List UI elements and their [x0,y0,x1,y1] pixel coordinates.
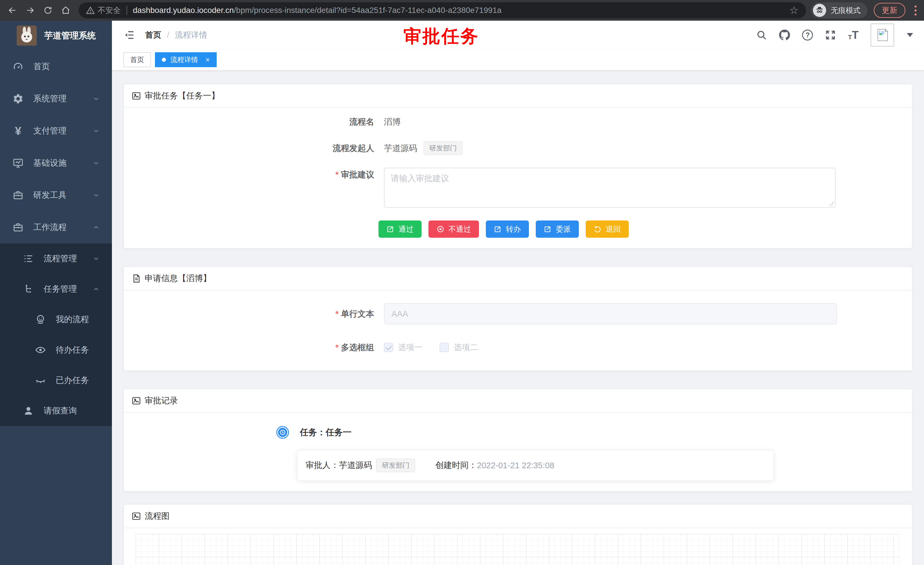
suggestion-row: *审批建议 请输入审批建议 [124,168,912,208]
sidebar: 芋道管理系统 首页 系统管理 ¥ 支付管理 [0,21,112,565]
browser-menu-icon[interactable] [912,6,920,15]
tags-view: 首页 流程详情 × [112,50,924,71]
card-header: 流程图 [124,505,912,528]
delegate-button[interactable]: 委派 [536,221,579,238]
url-host: dashboard.yudao.iocoder.cn [133,6,234,15]
font-size-icon[interactable]: TT [848,30,859,41]
browser-forward-button[interactable] [22,3,38,18]
approver-dept-tag: 研发部门 [376,458,415,472]
github-icon[interactable] [779,30,790,41]
avatar[interactable] [871,24,894,47]
tab-close-icon[interactable]: × [206,56,210,64]
reject-button[interactable]: 不通过 [428,221,479,238]
chevron-down-icon [92,159,100,167]
sidebar-item-label: 流程管理 [44,253,77,264]
breadcrumb-home[interactable]: 首页 [145,30,161,41]
required-mark: * [336,343,339,352]
required-mark: * [336,170,339,179]
sidebar-collapse-button[interactable] [123,29,135,41]
security-label[interactable]: 不安全 [98,5,121,15]
logo-image [16,26,37,46]
breadcrumb-current: 流程详情 [175,30,207,41]
application-info-card: 申请信息【滔博】 *单行文本 AAA *多选框组 [123,266,912,371]
checkbox-option-2[interactable]: 选项二 [440,342,478,353]
process-name-value: 滔博 [384,115,400,129]
card-header: 申请信息【滔博】 [124,267,912,290]
list-icon [22,252,35,265]
reload-icon [44,6,52,15]
sidebar-item-task-mgmt[interactable]: 任务管理 [0,274,112,304]
edit-icon [387,225,394,233]
approver-value: 芋道源码 [339,460,372,471]
sidebar-item-infra[interactable]: 基础设施 [0,147,112,179]
checkbox-label: 选项一 [398,342,422,353]
sidebar-item-home[interactable]: 首页 [0,51,112,83]
timeline-item: 任务：任务一 [124,426,912,439]
chevron-up-icon [92,286,100,293]
single-text-row: *单行文本 AAA [124,303,912,325]
sidebar-logo-row[interactable]: 芋道管理系统 [0,21,112,51]
card-header: 审批记录 [124,389,912,413]
search-icon[interactable] [756,30,767,41]
navbar-actions: ? TT [756,24,913,47]
checkbox-option-1[interactable]: 选项一 [384,342,422,353]
sidebar-item-label: 已办任务 [56,375,89,386]
single-text-input[interactable]: AAA [384,303,837,325]
sidebar-item-devtools[interactable]: 研发工具 [0,179,112,211]
screen: 不安全 dashboard.yudao.iocoder.cn /bpm/proc… [0,0,924,565]
toolbox-icon [12,221,25,234]
tab-process-detail[interactable]: 流程详情 × [155,52,217,67]
sidebar-item-done-tasks[interactable]: 已办任务 [0,365,112,396]
monitor-icon [12,156,25,170]
browser-reload-button[interactable] [40,3,56,18]
sidebar-item-leave-query[interactable]: 请假查询 [0,396,112,426]
required-mark: * [336,309,339,319]
return-button[interactable]: 退回 [586,221,629,238]
checkbox-unchecked-icon[interactable] [440,343,449,352]
address-bar[interactable]: 不安全 dashboard.yudao.iocoder.cn /bpm/proc… [79,2,806,18]
sidebar-item-label: 工作流程 [33,222,67,233]
checkbox-group-row: *多选框组 选项一 选项二 [124,341,912,354]
sidebar-item-payment[interactable]: ¥ 支付管理 [0,115,112,147]
suggestion-textarea[interactable]: 请输入审批建议 [384,168,836,208]
incognito-label: 无痕模式 [831,6,861,15]
bpmn-canvas-grid[interactable] [136,534,900,565]
sidebar-item-todo-tasks[interactable]: 待办任务 [0,335,112,365]
browser-back-button[interactable] [4,3,20,18]
help-icon[interactable]: ? [802,30,813,41]
approval-task-card: 审批任务【任务一】 流程名 滔博 流程发起人 芋道源码 研发部门 [123,84,912,249]
sidebar-item-label: 研发工具 [33,189,67,201]
sidebar-filler [0,426,112,565]
warning-icon [86,6,95,15]
sidebar-item-workflow[interactable]: 工作流程 [0,211,112,243]
transfer-button[interactable]: 转办 [486,221,529,238]
fullscreen-icon[interactable] [825,30,836,41]
breadcrumb-separator: / [167,30,169,40]
sidebar-item-system[interactable]: 系统管理 [0,83,112,115]
bookmark-star-icon[interactable]: ☆ [789,5,799,15]
sidebar-item-label: 请假查询 [44,405,77,416]
approve-button[interactable]: 通过 [378,221,422,238]
tab-label: 流程详情 [171,55,198,64]
created-time-value: 2022-01-21 22:35:08 [477,461,554,470]
avatar-caret-icon[interactable] [907,33,913,37]
url-path: /bpm/process-instance/detail?id=54aa251f… [234,6,784,15]
tree-icon [22,282,35,296]
sidebar-item-process-mgmt[interactable]: 流程管理 [0,243,112,274]
edit-icon [494,225,502,233]
tab-home[interactable]: 首页 [123,52,151,67]
sidebar-item-label: 基础设施 [33,157,67,169]
picture-icon [131,396,141,406]
approver-label: 审批人： [306,460,339,471]
checkbox-checked-icon[interactable] [384,343,393,352]
top-navbar: 首页 / 流程详情 审批任务 ? [112,21,924,50]
sidebar-item-my-process[interactable]: 我的流程 [0,304,112,335]
browser-update-button[interactable]: 更新 [874,3,905,18]
process-name-label: 流程名 [124,115,374,129]
browser-home-button[interactable] [58,3,74,18]
sidebar-item-label: 待办任务 [56,344,89,356]
tab-label: 首页 [130,55,144,64]
yen-icon: ¥ [12,124,25,138]
home-icon [61,6,70,15]
checkbox-label: 选项二 [454,342,478,353]
